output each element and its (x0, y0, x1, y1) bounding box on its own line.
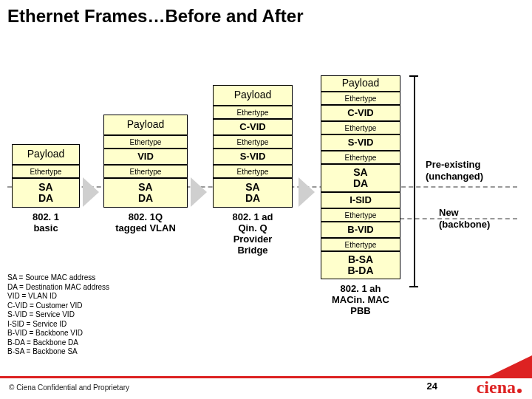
extent-cap (409, 286, 418, 287)
frame-8021q: Payload Ethertype VID Ethertype SA DA 80… (103, 115, 188, 234)
field-isid: I-SID (321, 192, 400, 208)
frame-label: 802. 1 ad Qin. Q Provider Bridge (213, 212, 293, 256)
field-sa-da: SA DA (12, 178, 80, 208)
field-vid: VID (103, 149, 188, 165)
page-number: 24 (427, 381, 437, 392)
field-cvid: C-VID (213, 119, 293, 135)
frame-label: 802. 1Q tagged VLAN (103, 212, 188, 234)
field-bvid: B-VID (321, 222, 400, 238)
field-ethertype: Ethertype (321, 151, 400, 164)
field-ethertype: Ethertype (321, 92, 400, 105)
diagram-stage: Pre-existing (unchanged) New (backbone) … (0, 41, 532, 307)
field-payload: Payload (321, 75, 400, 92)
logo-dot-icon (517, 389, 522, 393)
field-payload: Payload (213, 85, 293, 106)
field-ethertype: Ethertype (213, 135, 293, 149)
field-payload: Payload (103, 115, 188, 135)
frame-basic: Payload Ethertype SA DA 802. 1 basic (12, 144, 80, 234)
field-svid: S-VID (213, 149, 293, 165)
frame-8021ah: Payload Ethertype C-VID Ethertype S-VID … (321, 75, 400, 317)
field-ethertype: Ethertype (321, 238, 400, 251)
arrow-icon (191, 177, 207, 207)
frame-8021ad: Payload Ethertype C-VID Ethertype S-VID … (213, 85, 293, 256)
annot-new-backbone: New (backbone) (439, 207, 490, 230)
footer-accent-bar (0, 376, 532, 378)
field-ethertype: Ethertype (103, 165, 188, 178)
field-sa-da: SA DA (213, 178, 293, 208)
field-cvid: C-VID (321, 105, 400, 121)
slide-title: Ethernet Frames…Before and After (7, 6, 304, 27)
footer-copyright: © Ciena Confidential and Proprietary (9, 383, 129, 392)
arrow-icon (83, 177, 99, 207)
field-ethertype: Ethertype (213, 165, 293, 178)
extent-cap (409, 75, 418, 77)
footer-accent-triangle (489, 355, 532, 376)
frame-label: 802. 1 basic (12, 212, 80, 234)
field-bsa-bda: B-SA B-DA (321, 251, 400, 279)
field-ethertype: Ethertype (321, 121, 400, 134)
arrow-icon (299, 177, 315, 207)
field-sa-da: SA DA (321, 164, 400, 192)
field-ethertype: Ethertype (12, 165, 80, 178)
field-ethertype: Ethertype (321, 208, 400, 222)
extent-bar (414, 75, 415, 286)
glossary-legend: SA = Source MAC address DA = Destination… (7, 273, 109, 357)
annot-preexisting: Pre-existing (unchanged) (426, 159, 483, 182)
field-sa-da: SA DA (103, 178, 188, 208)
field-svid: S-VID (321, 134, 400, 151)
ciena-logo: ciena (477, 378, 522, 398)
frame-label: 802. 1 ah MACin. MAC PBB (321, 284, 400, 317)
field-ethertype: Ethertype (213, 106, 293, 119)
field-payload: Payload (12, 144, 80, 165)
field-ethertype: Ethertype (103, 135, 188, 149)
